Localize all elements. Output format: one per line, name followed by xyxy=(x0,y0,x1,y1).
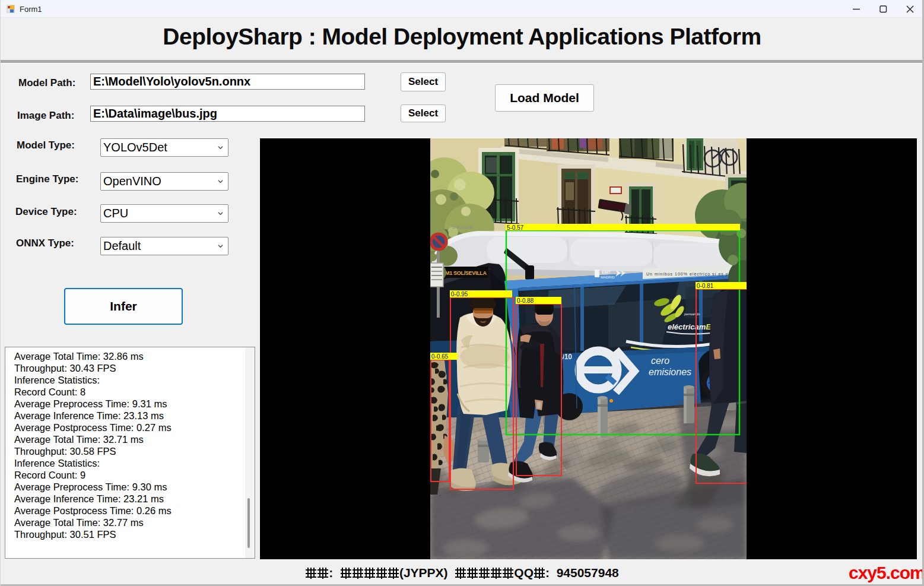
svg-text:5-0.57: 5-0.57 xyxy=(507,224,524,231)
svg-text:EMT: EMT xyxy=(602,270,611,274)
svg-text:0-0.88: 0-0.88 xyxy=(517,297,534,304)
svg-text:D ALTECAM: D ALTECAM xyxy=(453,226,473,229)
svg-text:cero: cero xyxy=(651,356,669,366)
svg-text:0-0.81: 0-0.81 xyxy=(697,283,714,289)
svg-text:0-0.65: 0-0.65 xyxy=(431,353,449,360)
svg-text:emisiones: emisiones xyxy=(649,367,691,377)
svg-text:MADRID: MADRID xyxy=(601,275,615,279)
svg-text:pensando: pensando xyxy=(684,312,700,316)
svg-text:0-0.95: 0-0.95 xyxy=(451,291,468,297)
svg-text:Un minibús 100% eléctrico sí e: Un minibús 100% eléctrico sí es plan xyxy=(646,272,735,277)
svg-text:M1 SOL/SEVILLA: M1 SOL/SEVILLA xyxy=(445,270,487,276)
